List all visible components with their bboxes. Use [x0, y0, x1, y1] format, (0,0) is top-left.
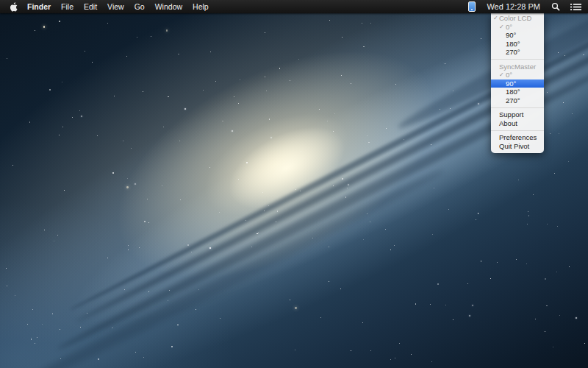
menu-item-label: 270° — [506, 96, 520, 105]
search-icon — [551, 2, 560, 11]
menubar-item-edit[interactable]: Edit — [79, 0, 102, 13]
menubar-right: Wed 12:28 PM — [463, 0, 588, 13]
menu-item-label: 0° — [506, 71, 512, 79]
menu-item-syncmaster-270deg[interactable]: 270° — [491, 96, 544, 105]
menu-item-support[interactable]: Support — [491, 110, 544, 119]
pivot-display-icon — [468, 1, 476, 12]
menu-item-about[interactable]: About — [491, 119, 544, 128]
menu-item-color-lcd-0deg: ✓0° — [491, 23, 544, 32]
menu-item-display-syncmaster: SyncMaster — [491, 63, 544, 71]
menu-bar: Finder FileEditViewGoWindowHelp Wed 12:2… — [0, 0, 588, 13]
notification-center-menu-extra[interactable] — [565, 0, 588, 13]
menubar-item-view[interactable]: View — [102, 0, 129, 13]
menubar-left: Finder FileEditViewGoWindowHelp — [0, 0, 214, 13]
menubar-item-window[interactable]: Window — [150, 0, 187, 13]
spotlight-menu-extra[interactable] — [546, 0, 565, 13]
menu-item-label: 0° — [506, 23, 512, 31]
pivot-menu-extra[interactable] — [463, 0, 481, 13]
menubar-item-help[interactable]: Help — [187, 0, 214, 13]
menu-item-syncmaster-180deg[interactable]: 180° — [491, 88, 544, 96]
menubar-item-go[interactable]: Go — [129, 0, 150, 13]
menu-item-label: About — [499, 119, 517, 127]
menu-item-label: Support — [499, 110, 523, 118]
menu-item-label: Color LCD — [499, 14, 531, 22]
menu-item-label: 180° — [506, 40, 520, 48]
apple-icon — [10, 2, 18, 12]
menu-separator — [491, 130, 544, 131]
menu-item-syncmaster-0deg: ✓0° — [491, 71, 544, 79]
menu-item-display-color-lcd: ✓Color LCD — [491, 14, 544, 23]
checkmark-icon: ✓ — [499, 71, 504, 79]
menu-item-label: Preferences — [499, 133, 537, 141]
checkmark-icon: ✓ — [499, 23, 504, 32]
notification-list-icon — [570, 3, 581, 11]
menu-item-label: SyncMaster — [499, 63, 536, 71]
menu-item-label: 90° — [506, 79, 516, 88]
menu-item-label: Quit Pivot — [499, 142, 529, 150]
clock-menu-extra[interactable]: Wed 12:28 PM — [481, 0, 546, 13]
menu-item-quit-pivot[interactable]: Quit Pivot — [491, 142, 544, 151]
menu-item-preferences[interactable]: Preferences — [491, 133, 544, 142]
menu-item-label: 90° — [506, 31, 516, 39]
checkmark-icon: ✓ — [493, 14, 498, 23]
menu-separator — [491, 107, 544, 108]
menubar-item-file[interactable]: File — [56, 0, 79, 13]
apple-menu[interactable] — [0, 0, 22, 13]
menu-item-color-lcd-180deg[interactable]: 180° — [491, 40, 544, 49]
menu-item-syncmaster-90deg[interactable]: 90° — [491, 79, 544, 88]
pivot-dropdown-menu: ✓Color LCD✓0°90°180°270°SyncMaster✓0°90°… — [491, 13, 544, 153]
menu-item-color-lcd-270deg[interactable]: 270° — [491, 48, 544, 57]
desktop: Finder FileEditViewGoWindowHelp Wed 12:2… — [0, 0, 588, 368]
menubar-app-finder[interactable]: Finder — [22, 0, 56, 13]
menu-separator — [491, 59, 544, 60]
menu-item-color-lcd-90deg[interactable]: 90° — [491, 31, 544, 40]
menu-item-label: 270° — [506, 48, 520, 56]
menu-item-label: 180° — [506, 88, 520, 96]
